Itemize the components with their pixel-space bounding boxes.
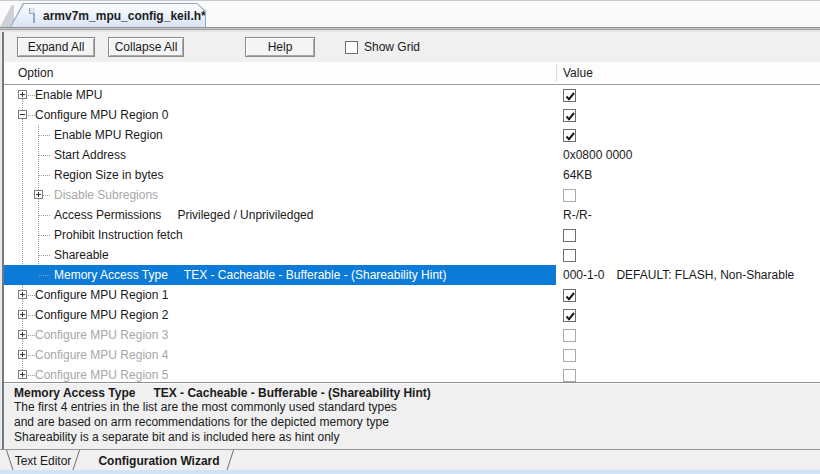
value-cell[interactable] [560, 305, 576, 325]
collapse-icon[interactable] [18, 110, 27, 119]
value-checkbox[interactable] [563, 309, 576, 322]
value-cell[interactable]: 000-1-0DEFAULT: FLASH, Non-Sharable [560, 265, 794, 285]
value-checkbox[interactable] [563, 89, 576, 102]
option-cell[interactable]: Configure MPU Region 5 [4, 365, 556, 382]
table-row[interactable]: Configure MPU Region 5 [4, 365, 820, 382]
tree-connector [39, 175, 51, 176]
value-cell[interactable] [560, 345, 576, 365]
value-checkbox[interactable] [563, 249, 576, 262]
value-checkbox[interactable] [563, 329, 576, 342]
table-row[interactable]: Disable Subregions [4, 185, 820, 205]
value-column-header[interactable]: Value [563, 66, 593, 80]
help-button[interactable]: Help [245, 37, 315, 57]
tab-edge [6, 450, 14, 471]
option-cell[interactable]: Memory Access TypeTEX - Cacheable - Buff… [4, 265, 556, 285]
table-row[interactable]: Configure MPU Region 0 [4, 105, 820, 125]
value-cell[interactable] [560, 185, 576, 205]
value-cell[interactable]: 64KB [560, 165, 592, 185]
table-row[interactable]: Prohibit Instruction fetch [4, 225, 820, 245]
option-cell[interactable]: Region Size in bytes [4, 165, 556, 185]
value-checkbox[interactable] [563, 189, 576, 202]
value-cell[interactable]: 0x0800 0000 [560, 145, 632, 165]
tree-connector [39, 255, 51, 256]
expand-icon[interactable] [18, 350, 27, 359]
description-line: and are based on arm recommendations for… [14, 415, 820, 430]
value-cell[interactable] [560, 285, 576, 305]
tree-connector [28, 115, 35, 116]
table-row[interactable]: Configure MPU Region 1 [4, 285, 820, 305]
table-row[interactable]: Access PermissionsPrivileged / Unprivile… [4, 205, 820, 225]
option-cell[interactable]: Enable MPU Region [4, 125, 556, 145]
option-cell[interactable]: Access PermissionsPrivileged / Unprivile… [4, 205, 556, 225]
document-tab[interactable]: armv7m_mpu_config_keil.h* [10, 3, 206, 27]
show-grid-checkbox[interactable] [345, 41, 358, 54]
expand-icon[interactable] [18, 330, 27, 339]
value-note: DEFAULT: FLASH, Non-Sharable [616, 268, 794, 282]
tab-edge [226, 450, 234, 471]
description-panel: Memory Access TypeTEX - Cacheable - Buff… [4, 382, 820, 446]
document-tab-label: armv7m_mpu_config_keil.h* [43, 9, 206, 23]
value-checkbox[interactable] [563, 129, 576, 142]
value-cell[interactable] [560, 125, 576, 145]
tab-text-editor-label: Text Editor [15, 454, 72, 468]
value-checkbox[interactable] [563, 289, 576, 302]
option-cell[interactable]: Configure MPU Region 3 [4, 325, 556, 345]
expand-icon[interactable] [18, 310, 27, 319]
value-cell[interactable] [560, 105, 576, 125]
options-tree: Enable MPUConfigure MPU Region 0Enable M… [4, 85, 820, 382]
option-label: Configure MPU Region 2 [35, 308, 168, 322]
tab-text-editor[interactable]: Text Editor [6, 450, 80, 471]
document-tab-strip: armv7m_mpu_config_keil.h* [0, 1, 820, 27]
option-cell[interactable]: Enable MPU [4, 85, 556, 105]
table-row[interactable]: Region Size in bytes64KB [4, 165, 820, 185]
value-cell[interactable] [560, 225, 576, 245]
option-cell[interactable]: Configure MPU Region 1 [4, 285, 556, 305]
option-cell[interactable]: Prohibit Instruction fetch [4, 225, 556, 245]
table-row[interactable]: Enable MPU Region [4, 125, 820, 145]
table-row[interactable]: Configure MPU Region 2 [4, 305, 820, 325]
option-cell[interactable]: Disable Subregions [4, 185, 556, 205]
expand-all-button[interactable]: Expand All [17, 37, 95, 57]
option-label: Configure MPU Region 0 [35, 108, 168, 122]
option-column-header[interactable]: Option [18, 66, 53, 80]
value-checkbox[interactable] [563, 369, 576, 382]
table-row[interactable]: Memory Access TypeTEX - Cacheable - Buff… [4, 265, 820, 285]
value-checkbox[interactable] [563, 349, 576, 362]
expand-icon[interactable] [18, 370, 27, 379]
expand-icon[interactable] [18, 90, 27, 99]
value-cell[interactable] [560, 325, 576, 345]
collapse-all-button[interactable]: Collapse All [108, 37, 184, 57]
description-title-detail: TEX - Cacheable - Bufferable - (Shareabi… [153, 386, 430, 400]
expand-icon[interactable] [18, 290, 27, 299]
table-row[interactable]: Start Address0x0800 0000 [4, 145, 820, 165]
table-row[interactable]: Configure MPU Region 3 [4, 325, 820, 345]
value-checkbox[interactable] [563, 109, 576, 122]
bottom-tab-bar: Text Editor Configuration Wizard [0, 449, 820, 470]
value-checkbox[interactable] [563, 229, 576, 242]
tree-connector [39, 155, 51, 156]
value-cell[interactable] [560, 365, 576, 382]
option-label: Memory Access Type [54, 268, 168, 282]
value-cell[interactable] [560, 245, 576, 265]
table-row[interactable]: Configure MPU Region 4 [4, 345, 820, 365]
option-cell[interactable]: Shareable [4, 245, 556, 265]
option-sublabel: TEX - Cacheable - Bufferable - (Shareabi… [184, 268, 447, 282]
value-cell[interactable] [560, 85, 576, 105]
table-row[interactable]: Enable MPU [4, 85, 820, 105]
option-cell[interactable]: Configure MPU Region 4 [4, 345, 556, 365]
description-line: The first 4 entries in the list are the … [14, 400, 820, 415]
table-row[interactable]: Shareable [4, 245, 820, 265]
tree-connector [28, 355, 35, 356]
grid-header: Option Value [4, 62, 820, 85]
tab-configuration-wizard[interactable]: Configuration Wizard [84, 450, 234, 471]
option-label: Configure MPU Region 4 [35, 348, 168, 362]
value-cell[interactable]: R-/R- [560, 205, 592, 225]
expand-icon[interactable] [34, 190, 43, 199]
option-cell[interactable]: Start Address [4, 145, 556, 165]
tree-connector [39, 275, 51, 276]
status-strip [0, 470, 820, 474]
option-cell[interactable]: Configure MPU Region 2 [4, 305, 556, 325]
description-title: Memory Access TypeTEX - Cacheable - Buff… [14, 386, 820, 400]
column-divider[interactable] [556, 64, 557, 82]
option-cell[interactable]: Configure MPU Region 0 [4, 105, 556, 125]
